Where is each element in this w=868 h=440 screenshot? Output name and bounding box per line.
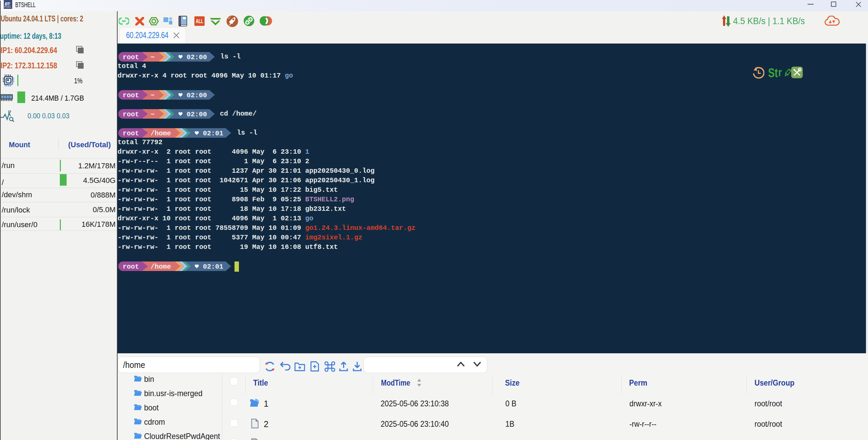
svg-text:r: r bbox=[778, 68, 782, 79]
svg-text:root: root bbox=[123, 111, 139, 118]
svg-text:02:01: 02:01 bbox=[203, 263, 223, 271]
svg-text:02:00: 02:00 bbox=[187, 91, 207, 99]
svg-text:02:01: 02:01 bbox=[203, 130, 223, 137]
svg-text:root: root bbox=[123, 91, 139, 99]
svg-text:root: root bbox=[123, 130, 139, 137]
svg-text:root: root bbox=[123, 53, 139, 61]
svg-text:02:00: 02:00 bbox=[187, 53, 207, 61]
svg-text:~: ~ bbox=[151, 91, 155, 99]
svg-text:~: ~ bbox=[151, 111, 155, 118]
svg-text:~: ~ bbox=[151, 53, 155, 61]
svg-text:02:00: 02:00 bbox=[187, 111, 207, 118]
svg-text:root: root bbox=[123, 263, 139, 271]
svg-text:P: P bbox=[8, 110, 11, 115]
svg-text:/home: /home bbox=[151, 130, 171, 137]
svg-text:/home: /home bbox=[151, 263, 171, 271]
svg-text:ALL: ALL bbox=[196, 18, 203, 24]
